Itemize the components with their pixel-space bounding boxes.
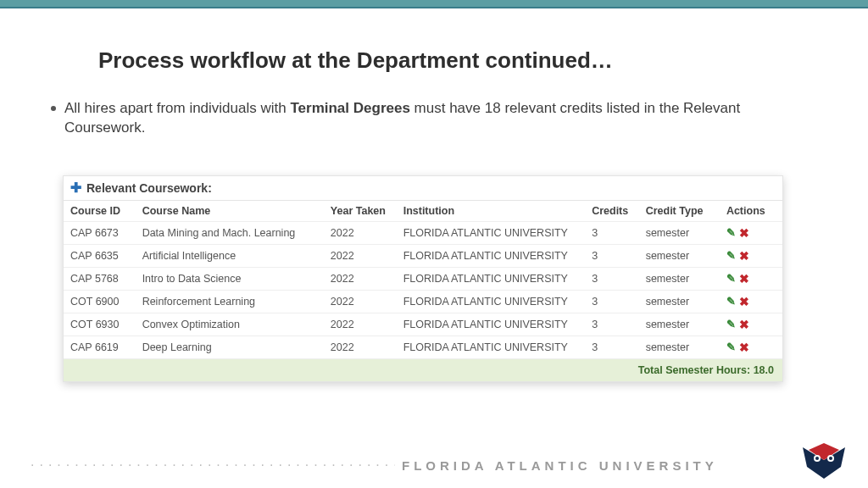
cell-institution: FLORIDA ATLANTIC UNIVERSITY <box>397 290 586 313</box>
col-year-taken: Year Taken <box>324 201 397 222</box>
edit-icon[interactable]: ✎ <box>726 226 736 239</box>
footer-university: FLORIDA ATLANTIC UNIVERSITY <box>402 458 718 473</box>
cell-credits: 3 <box>585 290 638 313</box>
cell-credit-type: semester <box>639 313 720 336</box>
delete-icon[interactable]: ✖ <box>739 341 749 354</box>
table-header-row: Course ID Course Name Year Taken Institu… <box>64 201 782 222</box>
cell-course-id: COT 6930 <box>64 313 136 336</box>
svg-point-3 <box>829 457 832 460</box>
cell-actions: ✎✖ <box>720 313 782 336</box>
coursework-table: Course ID Course Name Year Taken Institu… <box>64 201 782 381</box>
edit-icon[interactable]: ✎ <box>726 318 736 330</box>
total-label: Total Semester Hours: <box>638 364 754 376</box>
cell-credits: 3 <box>585 336 638 358</box>
cell-course-id: CAP 5768 <box>64 267 136 290</box>
edit-icon[interactable]: ✎ <box>726 272 736 285</box>
cell-actions: ✎✖ <box>720 290 782 313</box>
cell-institution: FLORIDA ATLANTIC UNIVERSITY <box>397 244 586 267</box>
col-course-id: Course ID <box>64 201 136 222</box>
cell-year: 2022 <box>324 336 397 358</box>
total-row: Total Semester Hours: 18.0 <box>64 358 782 381</box>
cell-course-name: Convex Optimization <box>136 313 324 336</box>
cell-course-name: Reinforcement Learning <box>136 290 324 313</box>
total-value: 18.0 <box>754 364 774 376</box>
edit-icon[interactable]: ✎ <box>726 295 736 308</box>
cell-year: 2022 <box>324 267 397 290</box>
table-row: CAP 6619Deep Learning2022FLORIDA ATLANTI… <box>64 336 782 358</box>
cell-year: 2022 <box>324 244 397 267</box>
footer-dots-icon: ········································… <box>31 458 395 473</box>
delete-icon[interactable]: ✖ <box>739 272 749 286</box>
cell-year: 2022 <box>324 290 397 313</box>
cell-credits: 3 <box>585 313 638 336</box>
table-row: CAP 5768Intro to Data Science2022FLORIDA… <box>64 267 782 290</box>
delete-icon[interactable]: ✖ <box>739 249 749 263</box>
owl-logo-icon <box>798 443 849 481</box>
cell-course-id: COT 6900 <box>64 290 136 313</box>
cell-credit-type: semester <box>639 244 720 267</box>
col-course-name: Course Name <box>136 201 324 222</box>
cell-credit-type: semester <box>639 267 720 290</box>
cell-institution: FLORIDA ATLANTIC UNIVERSITY <box>397 313 586 336</box>
bullet-text: All hires apart from individuals with Te… <box>64 99 817 138</box>
page-title: Process workflow at the Department conti… <box>98 47 817 74</box>
col-institution: Institution <box>397 201 586 222</box>
edit-icon[interactable]: ✎ <box>726 249 736 262</box>
cell-course-name: Intro to Data Science <box>136 267 324 290</box>
bullet-bold: Terminal Degrees <box>290 100 409 116</box>
slide-body: Process workflow at the Department conti… <box>0 8 868 382</box>
cell-year: 2022 <box>324 313 397 336</box>
cell-institution: FLORIDA ATLANTIC UNIVERSITY <box>397 267 586 290</box>
footer: ········································… <box>0 458 868 473</box>
delete-icon[interactable]: ✖ <box>739 318 749 331</box>
cell-credits: 3 <box>585 267 638 290</box>
col-actions: Actions <box>720 201 782 222</box>
cell-course-name: Artificial Intelligence <box>136 244 324 267</box>
cell-credits: 3 <box>585 221 638 244</box>
cell-actions: ✎✖ <box>720 221 782 244</box>
top-accent-bar <box>0 0 868 8</box>
col-credits: Credits <box>585 201 638 222</box>
delete-icon[interactable]: ✖ <box>739 295 749 308</box>
card-header: ✚ Relevant Coursework: <box>64 176 782 201</box>
bullet-item: All hires apart from individuals with Te… <box>51 99 817 138</box>
cell-course-id: CAP 6673 <box>64 221 136 244</box>
cell-actions: ✎✖ <box>720 244 782 267</box>
cell-credits: 3 <box>585 244 638 267</box>
bullet-dot-icon <box>51 106 56 111</box>
cell-actions: ✎✖ <box>720 267 782 290</box>
cell-course-name: Deep Learning <box>136 336 324 358</box>
cell-institution: FLORIDA ATLANTIC UNIVERSITY <box>397 336 586 358</box>
svg-point-2 <box>815 457 819 460</box>
coursework-card: ✚ Relevant Coursework: Course ID Course … <box>63 175 783 382</box>
cell-credit-type: semester <box>639 290 720 313</box>
table-row: COT 6900Reinforcement Learning2022FLORID… <box>64 290 782 313</box>
delete-icon[interactable]: ✖ <box>739 226 749 240</box>
cell-credit-type: semester <box>639 221 720 244</box>
table-row: COT 6930Convex Optimization2022FLORIDA A… <box>64 313 782 336</box>
edit-icon[interactable]: ✎ <box>726 341 736 353</box>
cell-course-name: Data Mining and Mach. Learning <box>136 221 324 244</box>
cell-credit-type: semester <box>639 336 720 358</box>
add-icon[interactable]: ✚ <box>70 181 81 195</box>
cell-course-id: CAP 6635 <box>64 244 136 267</box>
cell-institution: FLORIDA ATLANTIC UNIVERSITY <box>397 221 586 244</box>
cell-year: 2022 <box>324 221 397 244</box>
cell-course-id: CAP 6619 <box>64 336 136 358</box>
bullet-pre: All hires apart from individuals with <box>64 100 290 116</box>
col-credit-type: Credit Type <box>639 201 720 222</box>
table-row: CAP 6635Artificial Intelligence2022FLORI… <box>64 244 782 267</box>
table-row: CAP 6673Data Mining and Mach. Learning20… <box>64 221 782 244</box>
cell-actions: ✎✖ <box>720 336 782 358</box>
card-title: Relevant Coursework: <box>86 181 212 195</box>
